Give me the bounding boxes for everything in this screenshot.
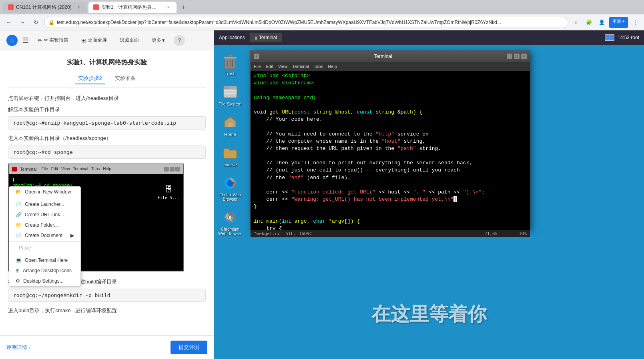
more-button[interactable]: 更多 ▾ [148, 34, 169, 46]
code-line-15: int main(int argc, char *argv[]) { [254, 218, 527, 225]
svg-point-11 [225, 87, 226, 89]
terminal-label: Terminal [259, 35, 277, 40]
terminal-status-bar: "webget.cc" 51L, 1609C 21,65 10% [251, 230, 530, 237]
status-right: 21,65 10% [484, 231, 527, 236]
help-button[interactable]: ? [174, 35, 185, 46]
code-line-3: using namespace std; [254, 94, 527, 102]
home-folder-icon [222, 114, 238, 130]
tab-2-favicon [93, 4, 99, 10]
bookmark-icon[interactable]: ☆ [571, 17, 582, 28]
report-button[interactable]: ✏ ✏ 实验报告 [34, 34, 72, 46]
desktop-icon-course[interactable]: course [215, 142, 245, 170]
apps-label: Applications [219, 35, 245, 40]
address-bar[interactable]: 🔒 test.educg.net/exp/doexpDeskDocker.jsp… [44, 17, 568, 28]
account-icon[interactable]: 👤 [596, 17, 608, 28]
instruction-1: 点击鼠标右键，打开控制台，进入/headless目录 [8, 94, 206, 102]
code-line-blank4 [254, 152, 527, 160]
desktop-icon-trash[interactable]: Trash [215, 51, 245, 78]
code-line-7: // the computer whose name is in the "ho… [254, 138, 527, 145]
code-line-5: // Your code here. [254, 116, 527, 123]
desktop-icon-chromium[interactable]: ChromiumWeb Browser [215, 207, 245, 238]
terminal-close-button[interactable]: × [521, 54, 527, 59]
taskbar-right: 14:53 root [605, 34, 644, 41]
taskbar-apps-button[interactable]: Applications [214, 33, 250, 42]
code-line-blank5 [254, 181, 527, 189]
terminal-add-button[interactable]: + [254, 54, 259, 59]
menu-edit[interactable]: Edit [266, 64, 273, 69]
terminal-minimize-button[interactable]: _ [507, 54, 512, 59]
menu-terminal[interactable]: Terminal [292, 64, 309, 69]
ctx-open-new-window[interactable]: 📂Open in New Window [9, 187, 80, 197]
trash-icon [222, 54, 238, 70]
eval-link-text: 评测详情 › [6, 344, 30, 351]
tab-1-close[interactable]: × [76, 4, 82, 10]
menu-help[interactable]: Help [328, 64, 337, 69]
code-line-blank1 [254, 87, 527, 94]
terminal-title: Terminal [259, 54, 507, 59]
svg-rect-2 [228, 54, 232, 57]
browser-tabs: CN101 计算机网络 (2020) × 实验1、计算机网络热身实验 × + [0, 0, 644, 14]
svg-rect-10 [224, 93, 237, 94]
taskbar-terminal-button[interactable]: ▮ Terminal [250, 33, 282, 42]
update-button[interactable]: 更新 + [609, 17, 628, 28]
desktop-icon-home[interactable]: Home [215, 112, 245, 139]
terminal-screenshot: Terminal FileEditViewTerminalTabsHelp T [8, 164, 184, 271]
code-line-2: #include <iostream> [254, 80, 527, 87]
fullscreen-icon: ⊞ [81, 37, 86, 44]
tab-steps[interactable]: 实验步骤2 [75, 73, 105, 84]
code-line-4: void get_URL(const string &host, const s… [254, 109, 527, 116]
more-label: 更多 [152, 37, 161, 44]
fullscreen-button[interactable]: ⊞ 桌面全屏 [77, 34, 111, 46]
terminal-body[interactable]: #include <cstdlib> #include <iostream> u… [251, 71, 530, 230]
tab-2[interactable]: 实验1、计算机网络热身实验 × [88, 2, 177, 13]
menu-view[interactable]: View [278, 64, 288, 69]
term-ss-filesystem: 🗄 File S... [158, 184, 179, 200]
terminal-control-buttons: _ □ × [507, 54, 527, 59]
code-block-1: root@cg:~#unzip kangyup1-sponge-lab0-sta… [8, 116, 206, 130]
svg-rect-1 [224, 57, 237, 58]
terminal-maximize-button[interactable]: □ [514, 54, 520, 59]
tab-2-close[interactable]: × [165, 4, 172, 10]
back-button[interactable]: ← [3, 17, 14, 28]
report-label: ✏ 实验报告 [44, 37, 68, 44]
ctx-create-document[interactable]: 📄Create Document▶ [9, 230, 80, 241]
ctx-sep-2 [9, 241, 80, 242]
new-tab-button[interactable]: + [178, 2, 189, 13]
tab-1[interactable]: CN101 计算机网络 (2020) × [3, 2, 87, 13]
ctx-arrange-icons[interactable]: ⊞Arrange Desktop Icons [9, 265, 80, 276]
extensions-icon[interactable]: 🧩 [584, 17, 595, 28]
watermark-text: 在这里等着你 [371, 301, 487, 327]
chromium-label: ChromiumWeb Browser [218, 227, 242, 236]
terminal-titlebar: + Terminal _ □ × [251, 51, 530, 62]
menu-tabs[interactable]: Tabs [314, 64, 323, 69]
filesystem-label: File System [219, 102, 241, 106]
desktop-icon-firefox[interactable]: Firefox WebBrowser [215, 173, 245, 204]
right-panel: Applications ▮ Terminal 14:53 root [214, 30, 644, 359]
tab-prepare[interactable]: 实验准备 [112, 73, 139, 84]
menu-icon[interactable]: ⋮ [630, 17, 641, 28]
desktop-icon-filesystem[interactable]: File System [215, 82, 245, 109]
code-line-9: // Then you'll need to print out everyth… [254, 160, 527, 167]
code-line-16: try { [254, 225, 527, 230]
reload-button[interactable]: ↻ [30, 17, 42, 28]
home-button[interactable]: ⌂ [6, 35, 18, 46]
code-line-6: // You will need to connect to the "http… [254, 131, 527, 138]
filesystem-icon [222, 84, 238, 100]
term-ss-line1: T [12, 177, 180, 183]
ctx-create-launcher[interactable]: 📄Create Launcher... [9, 199, 80, 209]
hide-desktop-button[interactable]: 隐藏桌面 [116, 34, 143, 46]
hamburger-icon[interactable]: ☰ [22, 36, 29, 45]
bottom-bar: 评测详情 › 提交评测 [0, 335, 214, 359]
ctx-open-terminal[interactable]: 💻Open Terminal Here [9, 255, 80, 265]
menu-file[interactable]: File [254, 64, 261, 69]
left-panel: ⌂ ☰ ✏ ✏ 实验报告 ⊞ 桌面全屏 隐藏桌面 更多 ▾ ? 实验1、计算机网… [0, 30, 214, 359]
ctx-create-url[interactable]: 🔗Create URL Link... [9, 209, 80, 220]
svg-rect-8 [224, 90, 237, 91]
course-folder-icon [222, 145, 238, 161]
ctx-create-folder[interactable]: 📁Create Folder... [9, 220, 80, 230]
forward-button[interactable]: → [17, 17, 28, 28]
fullscreen-label: 桌面全屏 [88, 37, 107, 44]
eval-link[interactable]: 评测详情 › [6, 344, 30, 351]
ctx-desktop-settings[interactable]: ⚙Desktop Settings... [9, 276, 80, 286]
submit-button[interactable]: 提交评测 [171, 341, 207, 354]
